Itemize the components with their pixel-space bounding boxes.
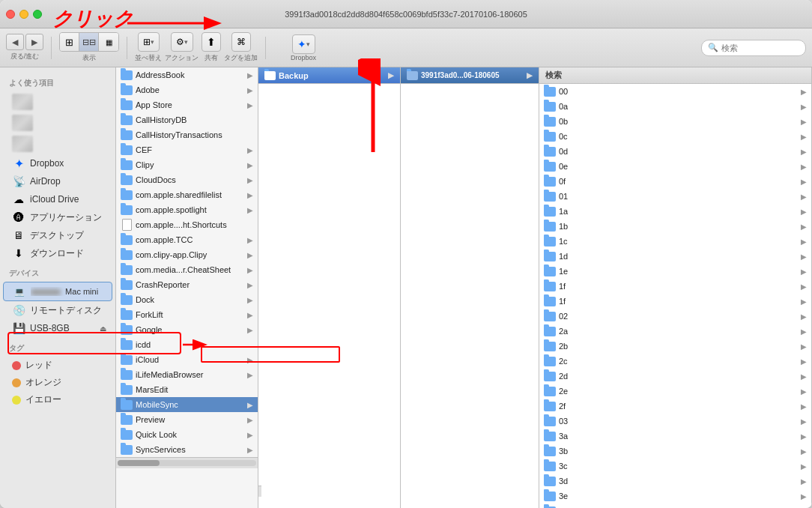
file-name: 02 — [559, 312, 798, 321]
file-name: MobileSync — [136, 400, 244, 409]
file-item[interactable]: 00▶ — [539, 84, 811, 99]
file-item[interactable]: 0d▶ — [539, 144, 811, 159]
file-item[interactable]: com.media...r.CheatSheet▶ — [116, 262, 258, 277]
file-item[interactable]: 1e▶ — [539, 264, 811, 279]
cover-flow-button[interactable]: ▦ — [99, 33, 118, 51]
dropbox-button[interactable]: ✦ ▾ — [292, 34, 315, 54]
col2-scrollbar[interactable] — [258, 486, 261, 497]
file-item[interactable]: 3f▶ — [539, 504, 811, 508]
search-input[interactable] — [721, 43, 799, 52]
file-name: com.apple.sharedfilelist — [136, 190, 244, 199]
file-item[interactable]: 0e▶ — [539, 159, 811, 174]
search-box[interactable]: 🔍 — [701, 40, 806, 56]
file-item[interactable]: 3c▶ — [539, 459, 811, 474]
file-icon — [121, 144, 133, 156]
file-item[interactable]: CallHistoryTransactions — [116, 127, 258, 142]
file-item[interactable]: 1b▶ — [539, 219, 811, 234]
file-item[interactable]: Preview▶ — [116, 412, 258, 427]
file-item[interactable]: AddressBook▶ — [116, 67, 258, 82]
file-item[interactable]: com.apple.sharedfilelist▶ — [116, 187, 258, 202]
forward-button[interactable]: ▶ — [25, 34, 43, 50]
file-item[interactable]: Quick Look▶ — [116, 427, 258, 442]
arrow-indicator: ▶ — [247, 356, 253, 364]
file-item[interactable]: com.apple....ht.Shortcuts — [116, 217, 258, 232]
file-item[interactable]: 2b▶ — [539, 339, 811, 354]
file-item[interactable]: CallHistoryDB — [116, 112, 258, 127]
file-item[interactable]: com.clipy-app.Clipy▶ — [116, 247, 258, 262]
sidebar-item-icloud[interactable]: ☁ iCloud Drive — [3, 190, 112, 208]
file-item[interactable]: iLifeMediaBrowser▶ — [116, 367, 258, 382]
file-item[interactable]: 3b▶ — [539, 444, 811, 459]
file-item[interactable]: 1c▶ — [539, 234, 811, 249]
tag-button[interactable]: ⌘ — [231, 32, 251, 52]
file-item[interactable]: 3e▶ — [539, 489, 811, 504]
sidebar-item-tag-red[interactable]: レッド — [3, 357, 112, 374]
sidebar-item-mac-mini[interactable]: 💻 Mac mini — [3, 282, 112, 301]
arrow-indicator: ▶ — [801, 447, 807, 456]
action-button[interactable]: ⚙ ▾ — [171, 32, 193, 52]
arrange-button[interactable]: ⊞ ▾ — [138, 32, 160, 52]
sidebar-item-tag-orange[interactable]: オレンジ — [3, 374, 112, 391]
file-item[interactable]: 2e▶ — [539, 384, 811, 399]
sidebar-item-desktop[interactable]: 🖥 デスクトップ — [3, 226, 112, 244]
file-item[interactable]: CEF▶ — [116, 142, 258, 157]
file-item[interactable]: Dock▶ — [116, 292, 258, 307]
sidebar-item-remote-disk[interactable]: 💿 リモートディスク — [3, 301, 112, 319]
view-icon-button[interactable]: ⊞ — [60, 33, 79, 51]
back-button[interactable]: ◀ — [6, 34, 24, 50]
file-item[interactable]: 3d▶ — [539, 474, 811, 489]
file-item[interactable]: 1a▶ — [539, 204, 811, 219]
file-name: Quick Look — [136, 430, 244, 439]
eject-icon[interactable]: ⏏ — [100, 324, 106, 333]
sidebar-item-fav2[interactable] — [3, 112, 112, 133]
file-item[interactable]: 0a▶ — [539, 99, 811, 114]
file-item[interactable]: App Store▶ — [116, 97, 258, 112]
sidebar-item-airdrop[interactable]: 📡 AirDrop — [3, 172, 112, 190]
file-icon — [544, 250, 556, 262]
file-item[interactable]: CrashReporter▶ — [116, 277, 258, 292]
file-item[interactable]: MobileSync▶ — [116, 397, 258, 412]
file-item[interactable]: CloudDocs▶ — [116, 172, 258, 187]
arrow-indicator: ▶ — [801, 267, 807, 276]
file-item[interactable]: com.apple.TCC▶ — [116, 232, 258, 247]
file-item[interactable]: 0f▶ — [539, 174, 811, 189]
fav-thumb-1 — [12, 94, 33, 110]
sidebar-item-usb[interactable]: 💾 USB-8GB ⏏ — [3, 319, 112, 337]
dropbox-area[interactable]: ✦ ▾ Dropbox — [273, 34, 333, 61]
file-item[interactable]: 1f▶ — [539, 294, 811, 309]
maximize-button[interactable] — [33, 10, 42, 19]
sidebar-item-dropbox[interactable]: ✦ Dropbox — [3, 154, 112, 172]
file-item[interactable]: ForkLift▶ — [116, 307, 258, 322]
file-item[interactable]: icdd — [116, 337, 258, 352]
file-item[interactable]: 3a▶ — [539, 429, 811, 444]
file-item[interactable]: 01▶ — [539, 189, 811, 204]
file-item[interactable]: Adobe▶ — [116, 82, 258, 97]
file-item[interactable]: 03▶ — [539, 414, 811, 429]
file-item[interactable]: 2c▶ — [539, 354, 811, 369]
file-item[interactable]: 2f▶ — [539, 399, 811, 414]
file-item[interactable]: 1d▶ — [539, 249, 811, 264]
col1-scrollbar[interactable] — [116, 457, 258, 468]
minimize-button[interactable] — [19, 10, 28, 19]
file-item[interactable]: 2a▶ — [539, 324, 811, 339]
sidebar-item-fav1[interactable] — [3, 91, 112, 112]
sidebar-item-downloads[interactable]: ⬇ ダウンロード — [3, 244, 112, 262]
column-view-button[interactable]: ⊟⊟ — [79, 33, 99, 51]
share-button[interactable]: ⬆ — [202, 32, 221, 52]
file-item[interactable]: 2d▶ — [539, 369, 811, 384]
file-item[interactable]: Clipy▶ — [116, 157, 258, 172]
file-item[interactable]: 1f▶ — [539, 279, 811, 294]
close-button[interactable] — [6, 10, 15, 19]
file-item[interactable]: Google▶ — [116, 322, 258, 337]
file-item[interactable]: com.apple.spotlight▶ — [116, 202, 258, 217]
sidebar-item-tag-yellow[interactable]: イエロー — [3, 391, 112, 408]
sidebar-item-fav3[interactable] — [3, 133, 112, 154]
file-item[interactable]: iCloud▶ — [116, 352, 258, 367]
file-item[interactable]: 02▶ — [539, 309, 811, 324]
file-item[interactable]: MarsEdit — [116, 382, 258, 397]
file-item[interactable]: SyncServices▶ — [116, 442, 258, 457]
sidebar-item-applications[interactable]: 🅐 アプリケーション — [3, 208, 112, 226]
file-item[interactable]: 0b▶ — [539, 114, 811, 129]
arrow-indicator: ▶ — [247, 416, 253, 424]
file-item[interactable]: 0c▶ — [539, 129, 811, 144]
